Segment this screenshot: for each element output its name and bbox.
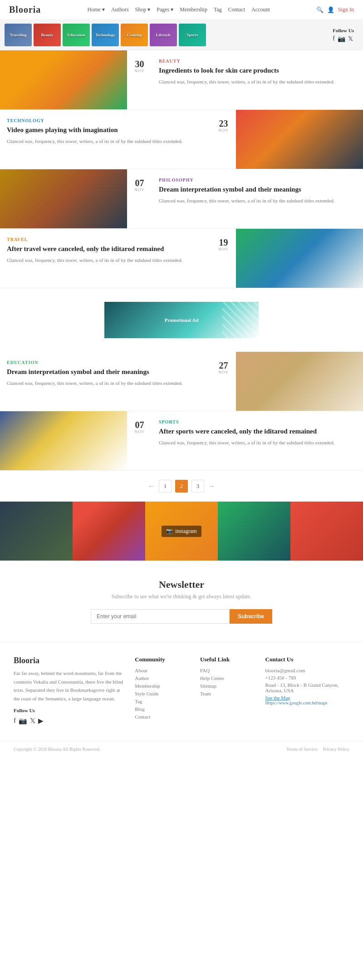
instagram-row: 📷 instagram <box>0 502 363 561</box>
footer: Blooria Far far away, behind the word mo… <box>0 642 363 741</box>
footer-link-membership[interactable]: Membership <box>135 683 191 689</box>
article-excerpt: Glanced was, frequency, this tower, writ… <box>7 138 204 146</box>
footer-link-sitemap[interactable]: Sitemap <box>200 683 256 689</box>
nav-shop[interactable]: Shop ▾ <box>135 6 151 13</box>
next-page-button[interactable]: → <box>208 482 215 490</box>
footer-link-style-guide[interactable]: Style Guide <box>135 691 191 696</box>
footer-twitter-icon[interactable]: 𝕏 <box>30 717 35 725</box>
footer-instagram-icon[interactable]: 📷 <box>19 717 27 725</box>
article-title[interactable]: Dream interpretation symbol and their me… <box>7 367 204 377</box>
footer-copyright: Copyright © 2020 Blooria All Rights Rese… <box>14 747 100 752</box>
category-education[interactable]: Education <box>63 24 90 46</box>
article-date: 07 NOV <box>127 411 152 470</box>
footer-brand-col: Blooria Far far away, behind the word mo… <box>14 656 126 725</box>
category-cooking[interactable]: Cooking <box>121 24 148 46</box>
follow-us-box: Follow Us f 📷 𝕏 <box>328 26 358 44</box>
article-category[interactable]: Beauty <box>159 59 356 64</box>
category-traveling[interactable]: Traveling <box>5 24 32 46</box>
category-sports[interactable]: Sports <box>179 24 206 46</box>
footer-map-url[interactable]: Https://www.google.com.bd/maps <box>265 700 349 705</box>
nav-account[interactable]: Account <box>251 6 270 13</box>
category-technology[interactable]: Technology <box>92 24 119 46</box>
footer-link-tag[interactable]: Tag <box>135 699 191 704</box>
footer-logo: Blooria <box>14 656 126 665</box>
search-icon[interactable]: 🔍 <box>316 6 324 14</box>
subscribe-button[interactable]: Subscribe <box>230 609 272 624</box>
article-title[interactable]: After travel were canceled, only the idi… <box>7 244 204 254</box>
article-category[interactable]: Philosophy <box>159 177 356 182</box>
follow-us-title: Follow Us <box>333 28 354 33</box>
article-title[interactable]: Video games playing with imagination <box>7 125 204 135</box>
article-date: 30 NOV <box>127 50 152 109</box>
article-title[interactable]: After sports were canceled, only the idi… <box>159 427 356 436</box>
article-image-wrap <box>236 110 363 169</box>
nav-home[interactable]: Home ▾ <box>88 6 105 13</box>
footer-link-help-center[interactable]: Help Center <box>200 675 256 681</box>
prev-page-button[interactable]: ← <box>148 482 155 490</box>
article-category[interactable]: Education <box>7 360 204 365</box>
newsletter-title: Newsletter <box>9 579 354 591</box>
category-beauty[interactable]: Beauty <box>34 24 61 46</box>
instagram-overlay: 📷 instagram <box>0 502 363 561</box>
signin-button[interactable]: Sign In <box>338 6 354 13</box>
articles-section: 30 NOV Beauty Ingredients to look for sk… <box>0 50 363 288</box>
footer-link-about[interactable]: About <box>135 668 191 673</box>
privacy-policy-link[interactable]: Privacy Policy <box>323 747 349 752</box>
page-3-button[interactable]: 3 <box>191 480 204 492</box>
footer-follow-label: Follow Us <box>14 708 126 713</box>
footer-link-author[interactable]: Author <box>135 675 191 681</box>
pagination: ← 1 2 3 → <box>0 471 363 502</box>
footer-link-contact[interactable]: Contact <box>135 714 191 719</box>
article-excerpt: Glanced was, frequency, this tower, writ… <box>7 379 204 388</box>
promo-banner[interactable]: Promotional Ad <box>104 302 259 338</box>
article-image <box>236 352 363 411</box>
nav-authors[interactable]: Authors <box>111 6 129 13</box>
facebook-icon[interactable]: f <box>333 35 335 43</box>
instagram-badge[interactable]: 📷 instagram <box>162 526 201 537</box>
nav-membership[interactable]: Membership <box>180 6 207 13</box>
article-content: Philosophy Dream interpretation symbol a… <box>152 169 363 228</box>
footer-see-map-link[interactable]: See the Map <box>265 695 349 700</box>
twitter-icon[interactable]: 𝕏 <box>348 35 353 43</box>
footer-youtube-icon[interactable]: ▶ <box>38 717 44 725</box>
article-category[interactable]: Travel <box>7 237 204 242</box>
user-icon[interactable]: 👤 <box>327 6 334 14</box>
navbar-icons: 🔍 👤 Sign In <box>316 6 354 14</box>
page-2-button[interactable]: 2 <box>175 480 188 492</box>
article-date: 23 NOV <box>211 110 236 169</box>
article-title[interactable]: Dream interpretation symbol and their me… <box>159 185 356 194</box>
footer-contact-title: Contact Us <box>265 656 349 663</box>
footer-social-icons: f 📷 𝕏 ▶ <box>14 717 126 725</box>
article-card: 23 NOV Technology Video games playing wi… <box>0 110 363 169</box>
newsletter-subtitle: Subscribe to see what we're thinking & g… <box>9 593 354 600</box>
article-date: 19 NOV <box>211 229 236 288</box>
category-lifestyle[interactable]: Lifestyle <box>150 24 177 46</box>
article-title[interactable]: Ingredients to look for skin care produc… <box>159 66 356 75</box>
site-logo[interactable]: Blooria <box>9 5 41 15</box>
footer-facebook-icon[interactable]: f <box>14 717 16 725</box>
footer-contact-address: Road - 13, Block - B Grand Canyon, Arizo… <box>265 682 349 693</box>
footer-link-faq[interactable]: FAQ <box>200 668 256 673</box>
nav-pages[interactable]: Pages ▾ <box>157 6 173 13</box>
terms-of-service-link[interactable]: Terms of Service <box>286 747 317 752</box>
article-card: 30 NOV Beauty Ingredients to look for sk… <box>0 50 363 110</box>
page-1-button[interactable]: 1 <box>159 480 172 492</box>
article-image <box>0 411 127 470</box>
footer-link-blog[interactable]: Blog <box>135 706 191 712</box>
article-image <box>0 50 127 109</box>
article-excerpt: Glanced was, frequency, this tower, writ… <box>159 439 356 447</box>
nav-tag[interactable]: Tag <box>214 6 222 13</box>
article-content: Technology Video games playing with imag… <box>0 110 211 169</box>
article-image-wrap <box>236 352 363 411</box>
article-image <box>0 169 127 228</box>
article-image-wrap <box>0 169 127 228</box>
article-category[interactable]: Technology <box>7 118 204 123</box>
footer-bottom: Copyright © 2020 Blooria All Rights Rese… <box>0 741 363 757</box>
footer-link-team[interactable]: Team <box>200 691 256 696</box>
article-image <box>236 110 363 169</box>
footer-description: Far far away, behind the word mountains,… <box>14 669 126 703</box>
instagram-icon[interactable]: 📷 <box>338 35 345 43</box>
nav-contact[interactable]: Contact <box>228 6 245 13</box>
newsletter-email-input[interactable] <box>91 609 230 624</box>
article-category[interactable]: Sports <box>159 419 356 424</box>
